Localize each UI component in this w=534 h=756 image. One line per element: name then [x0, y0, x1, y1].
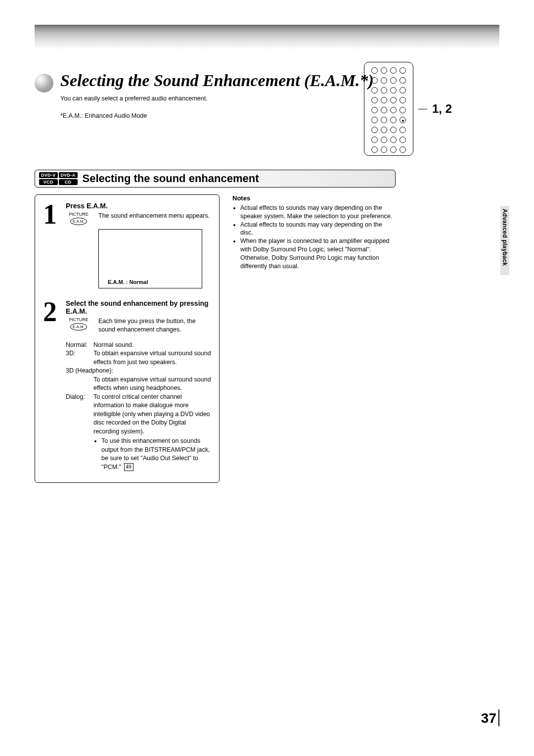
step1-title: Press E.A.M. — [66, 202, 211, 210]
step-2: 2 Select the sound enhancement by pressi… — [43, 299, 211, 472]
key-cap: E.A.M. — [70, 323, 87, 331]
badge-dvd-v: DVD-V — [39, 172, 58, 178]
mode-3d-headphone: 3D (Headphone): To obtain expansive virt… — [66, 367, 211, 393]
step2-desc: Each time you press the button, the soun… — [98, 317, 211, 334]
mode-definitions: Normal: Normal sound. 3D: To obtain expa… — [66, 341, 211, 472]
remote-diagram: 1, 2 — [364, 62, 452, 156]
badge-cd: CD — [59, 179, 78, 185]
eam-key-icon: PICTURE E.A.M. — [66, 212, 91, 225]
step-1: 1 Press E.A.M. PICTURE E.A.M. The sound … — [43, 202, 211, 288]
section-header: DVD-V DVD-A VCD CD Selecting the sound e… — [35, 170, 396, 188]
eam-key-icon: PICTURE E.A.M. — [66, 317, 91, 334]
step1-desc: The sound enhancement menu appears. — [98, 212, 210, 225]
step-number-1: 1 — [43, 202, 60, 288]
indicator-line-icon — [418, 109, 427, 109]
badge-vcd: VCD — [39, 179, 58, 185]
notes-heading: Notes — [232, 194, 396, 202]
mode-dialog: Dialog: To control critical center chann… — [66, 393, 211, 436]
title-bullet-icon — [35, 74, 53, 93]
media-badges: DVD-V DVD-A VCD CD — [39, 172, 78, 185]
badge-dvd-a: DVD-A — [59, 172, 78, 178]
notes-list: Actual effects to sounds may vary depend… — [240, 204, 396, 271]
notes-column: Notes Actual effects to sounds may vary … — [232, 194, 396, 483]
menu-caption: E.A.M. : Normal — [108, 279, 148, 285]
key-label: PICTURE — [66, 212, 91, 217]
mode-3d: 3D: To obtain expansive virtual surround… — [66, 349, 211, 367]
highlighted-button-icon — [402, 120, 404, 122]
side-tab: Advanced playback — [500, 206, 509, 275]
step2-title: Select the sound enhancement by pressing… — [66, 299, 211, 315]
page-number: 37 — [481, 709, 499, 726]
step-number-2: 2 — [43, 299, 60, 472]
list-item: Actual effects to sounds may vary depend… — [240, 221, 396, 237]
list-item: When the player is connected to an ampli… — [240, 237, 396, 271]
page-ref-box: 49 — [124, 463, 134, 471]
header-gradient — [35, 25, 499, 49]
manual-page: Selecting the Sound Enhancement (E.A.M.*… — [0, 0, 534, 756]
steps-box: 1 Press E.A.M. PICTURE E.A.M. The sound … — [35, 194, 220, 483]
body-columns: 1 Press E.A.M. PICTURE E.A.M. The sound … — [35, 194, 396, 483]
key-label: PICTURE — [66, 317, 91, 322]
list-item: Actual effects to sounds may vary depend… — [240, 204, 396, 221]
remote-outline — [364, 62, 413, 156]
mode-normal: Normal: Normal sound. — [66, 341, 211, 350]
key-cap: E.A.M. — [70, 218, 87, 225]
dialog-sub-text: To use this enhancement on sounds output… — [101, 437, 210, 471]
side-tab-label: Advanced playback — [501, 209, 508, 266]
section-title: Selecting the sound enhancement — [83, 172, 259, 185]
mode-dialog-sub: To use this enhancement on sounds output… — [93, 437, 211, 472]
remote-indicator-label: 1, 2 — [432, 102, 452, 116]
content-area: Selecting the Sound Enhancement (E.A.M.*… — [35, 72, 499, 483]
onscreen-menu-box: E.A.M. : Normal — [98, 229, 202, 288]
